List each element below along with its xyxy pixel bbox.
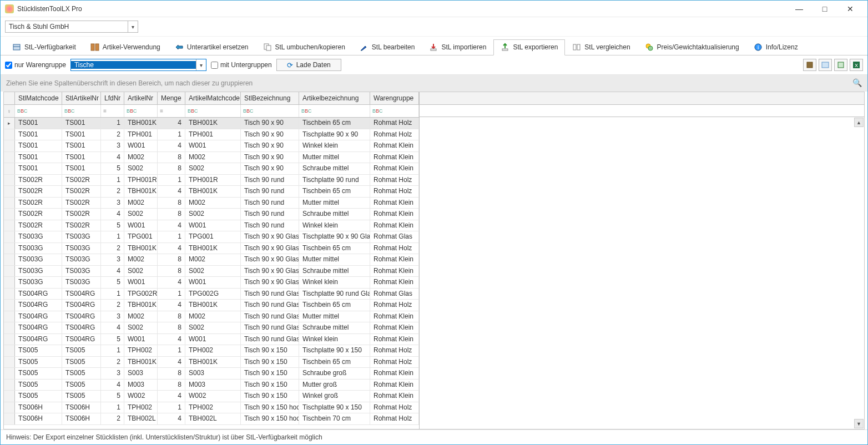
table-row[interactable]: TS001TS0013W0014W001Tisch 90 x 90Winkel … [4, 140, 419, 152]
tab-artikel-verwendung[interactable]: Artikel-Verwendung [83, 39, 168, 55]
cell: TS005 [15, 345, 62, 356]
refresh-icon: ⟳ [287, 61, 293, 69]
tab-stl-bearbeiten[interactable]: StL bearbeiten [352, 39, 422, 55]
table-row[interactable]: TS004RGTS004RG1TPG002R1TPG002GTisch 90 r… [4, 289, 419, 300]
table-row[interactable]: TS001TS0015S0028S002Tisch 90 x 90Schraub… [4, 163, 419, 175]
cell: Tischbein 65 cm [299, 186, 370, 197]
table-row[interactable]: TS002RTS002R2TBH001K4TBH001KTisch 90 run… [4, 186, 419, 198]
table-row[interactable]: TS004RGTS004RG5W0014W001Tisch 90 rund Gl… [4, 334, 419, 346]
chevron-down-icon[interactable]: ▾ [196, 59, 206, 70]
column-header-StlArtikelNr[interactable]: StlArtikelNr [62, 92, 101, 104]
table-row[interactable]: TS002RTS002R4S0028S002Tisch 90 rundSchra… [4, 209, 419, 220]
table-row[interactable]: TS004RGTS004RG2TBH001K4TBH001KTisch 90 r… [4, 300, 419, 311]
table-row[interactable]: TS006HTS006H2TBH002L4TBH002LTisch 90 x 1… [4, 413, 419, 425]
table-row[interactable]: TS003GTS003G2TBH001K4TBH001KTisch 90 x 9… [4, 243, 419, 255]
cell: Tisch 90 x 90 Glas [241, 277, 299, 288]
warengruppe-combo[interactable]: Tische ▾ [70, 59, 206, 71]
column-header-ArtikelNr[interactable]: ArtikelNr [124, 92, 158, 104]
tab-stl-exportieren[interactable]: StL exportieren [493, 39, 565, 55]
export-icon-2[interactable] [819, 59, 832, 71]
table-row[interactable]: TS005TS0051TPH0021TPH002Tisch 90 x 150Ti… [4, 345, 419, 357]
export-icon-3[interactable] [834, 59, 847, 71]
cell: TS005 [62, 345, 101, 356]
load-data-button[interactable]: ⟳ Lade Daten [276, 59, 341, 71]
cell: TBH001K [124, 300, 158, 311]
tab-stl-verf-gbarkeit[interactable]: StL-Verfügbarkeit [5, 39, 83, 55]
scroll-up-button[interactable]: ▲ [854, 118, 864, 127]
with-subgroups-check-input[interactable] [211, 62, 218, 69]
filter-cell[interactable]: BBC [15, 105, 62, 117]
column-header-Artikelbezeichnung[interactable]: Artikelbezeichnung [299, 92, 370, 104]
export-excel-icon[interactable]: X [850, 59, 863, 71]
cell: 1 [101, 231, 124, 242]
chevron-down-icon[interactable]: ▾ [128, 21, 138, 32]
row-indicator [4, 345, 15, 356]
filter-cell[interactable]: BBC [370, 105, 419, 117]
with-subgroups-checkbox[interactable]: mit Untergruppen [211, 61, 272, 69]
group-panel[interactable]: Ziehen Sie eine Spaltenüberschrift in di… [1, 75, 867, 92]
tab-stl-importieren[interactable]: StL importieren [422, 39, 493, 55]
export-icon-1[interactable] [803, 59, 816, 71]
tab-label: StL importieren [441, 43, 486, 51]
table-row[interactable]: TS004RGTS004RG3M0028M002Tisch 90 rund Gl… [4, 311, 419, 323]
filter-cell[interactable]: = [158, 105, 185, 117]
only-group-check-input[interactable] [5, 62, 12, 69]
column-header-StlMatchcode[interactable]: StlMatchcode [15, 92, 62, 104]
table-row[interactable]: TS003GTS003G5W0014W001Tisch 90 x 90 Glas… [4, 277, 419, 289]
column-header-ArtikelMatchcode[interactable]: ArtikelMatchcode [185, 92, 241, 104]
table-row[interactable]: TS005TS0053S0038S003Tisch 90 x 150Schrau… [4, 368, 419, 380]
filter-cell[interactable]: BBC [241, 105, 299, 117]
minimize-button[interactable]: — [786, 1, 812, 17]
close-button[interactable]: ✕ [837, 1, 863, 17]
table-row[interactable]: TS002RTS002R5W0014W001Tisch 90 rundWinke… [4, 220, 419, 232]
column-header-LfdNr[interactable]: LfdNr [101, 92, 124, 104]
cell: Tisch 90 x 90 [241, 129, 299, 140]
filter-cell[interactable]: BBC [124, 105, 158, 117]
tab-label: StL exportieren [513, 43, 558, 51]
filter-cell[interactable]: BBC [62, 105, 101, 117]
tab-icon [645, 43, 654, 52]
cell: Rohmat Klein [370, 140, 419, 151]
cell: Rohmat Holz [370, 345, 419, 356]
table-row[interactable]: TS005TS0055W0024W002Tisch 90 x 150Winkel… [4, 391, 419, 402]
tab-stl-umbuchen-kopieren[interactable]: StL umbuchen/kopieren [256, 39, 352, 55]
only-group-checkbox[interactable]: nur Warengruppe [5, 61, 66, 69]
table-row[interactable]: TS006HTS006H1TPH0021TPH002Tisch 90 x 150… [4, 402, 419, 414]
table-row[interactable]: TS002RTS002R1TPH001R1TPH001RTisch 90 run… [4, 175, 419, 186]
column-header-Warengruppe[interactable]: Warengruppe [370, 92, 419, 104]
search-icon[interactable]: 🔍 [852, 78, 862, 87]
column-header-StlBezeichnung[interactable]: StlBezeichnung [241, 92, 299, 104]
cell: Rohmat Klein [370, 334, 419, 345]
cell: TS001 [15, 118, 62, 129]
cell: 4 [158, 334, 185, 345]
table-row[interactable]: TS001TS0012TPH0011TPH001Tisch 90 x 90Tis… [4, 129, 419, 141]
tab-label: Info/Lizenz [766, 43, 798, 51]
company-combo[interactable]: Tisch & Stuhl GmbH ▾ [5, 21, 138, 33]
filter-cell[interactable]: BBC [185, 105, 241, 117]
table-row[interactable]: TS003GTS003G3M0028M002Tisch 90 x 90 Glas… [4, 254, 419, 266]
maximize-button[interactable]: □ [812, 1, 837, 17]
table-row[interactable]: TS002RTS002R3M0028M002Tisch 90 rundMutte… [4, 198, 419, 209]
table-row[interactable]: TS005TS0054M0038M003Tisch 90 x 150Mutter… [4, 380, 419, 391]
filter-cell[interactable]: BBC [299, 105, 370, 117]
cell: Mutter mittel [299, 254, 370, 265]
row-indicator [4, 186, 15, 197]
table-row[interactable]: ▸TS001TS0011TBH001K4TBH001KTisch 90 x 90… [4, 118, 419, 129]
table-row[interactable]: TS003GTS003G4S0028S002Tisch 90 x 90 Glas… [4, 266, 419, 277]
filter-cell[interactable]: = [101, 105, 124, 117]
cell: 4 [158, 118, 185, 129]
column-header-Menge[interactable]: Menge [158, 92, 185, 104]
cell: TBH001K [124, 243, 158, 254]
tab-preis-gewichtaktualisierung[interactable]: Preis/Gewichtaktualisierung [638, 39, 746, 55]
table-row[interactable]: TS003GTS003G1TPG0011TPG001Tisch 90 x 90 … [4, 231, 419, 243]
scroll-down-button[interactable]: ▼ [854, 419, 864, 428]
titlebar: StücklistenToolLX Pro — □ ✕ [1, 1, 867, 17]
tab-stl-vergleichen[interactable]: StL vergleichen [565, 39, 637, 55]
cell: Tisch 90 x 90 Glas [241, 243, 299, 254]
tab-unterartikel-ersetzen[interactable]: Unterartikel ersetzen [168, 39, 256, 55]
table-row[interactable]: TS001TS0014M0028M002Tisch 90 x 90Mutter … [4, 152, 419, 164]
cell: M003 [124, 380, 158, 391]
table-row[interactable]: TS005TS0052TBH001K4TBH001KTisch 90 x 150… [4, 357, 419, 368]
tab-info-lizenz[interactable]: iInfo/Lizenz [746, 39, 805, 55]
table-row[interactable]: TS004RGTS004RG4S0028S002Tisch 90 rund Gl… [4, 322, 419, 334]
